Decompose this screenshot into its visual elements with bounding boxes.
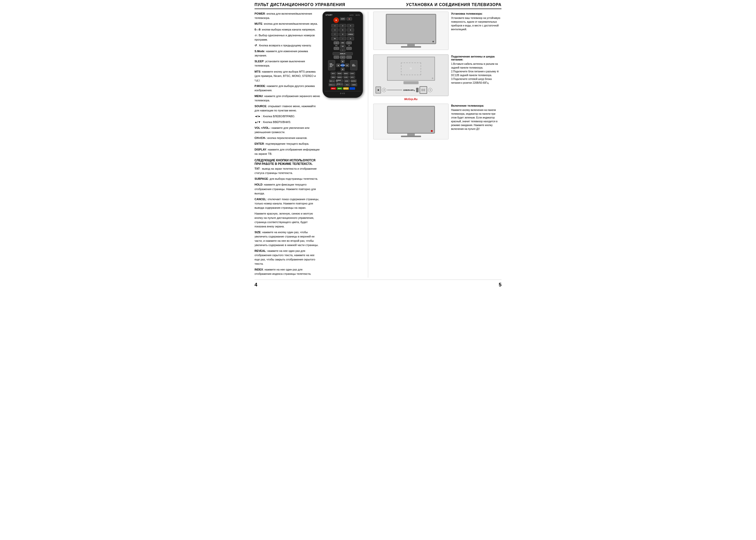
ch-minus-btn[interactable]: - <box>346 56 352 59</box>
reveal-desc: REVEAL: нажмите на нее один раз для отоб… <box>255 249 320 266</box>
tv-connector <box>432 78 433 79</box>
auto-label: AUTO <box>349 14 354 16</box>
antenna-title: Подключение антенны и шнура питания: <box>451 55 501 61</box>
dvd-label: DVD <box>325 92 361 94</box>
btn-3[interactable]: 3 <box>347 24 354 28</box>
color-keys-desc: Нажмите красную, зеленую, синюю и желтую… <box>255 211 320 229</box>
watermark: McGrp.Ru <box>373 97 449 101</box>
numbtns-btn[interactable]: NUM/TBS <box>351 79 357 82</box>
sleep-btn[interactable]: SLEEP <box>350 72 355 75</box>
poweron-title: Включение телевизора: <box>451 104 501 107</box>
mute-desc: MUTE: кнопка для включения/выключения зв… <box>255 22 320 26</box>
tv-base <box>401 136 421 137</box>
audio-btn[interactable]: AUDIO <box>344 79 350 82</box>
vol-plus-btn[interactable]: + <box>340 56 346 59</box>
ch-dn-btn[interactable]: - <box>346 47 352 50</box>
ch-label-r: CH <box>348 45 350 47</box>
cancel-btn[interactable]: CANCEL <box>337 75 343 79</box>
vol-up-btn[interactable]: + <box>334 41 339 44</box>
tv-screen-power <box>387 106 435 134</box>
prog-btn[interactable]: PROG <box>331 87 336 90</box>
auto-button[interactable]: AUTO <box>340 17 346 20</box>
txt-btn[interactable]: TXT <box>340 45 346 48</box>
nav-right-btn[interactable]: ► <box>345 64 349 67</box>
lr-desc: ◄/► : Кнопка ВЛЕВО/ВПРАВО. <box>255 114 320 118</box>
nav-empty-bl <box>336 68 340 71</box>
slow-btn[interactable]: SLOW <box>343 75 349 79</box>
btn-4[interactable]: 4 <box>331 28 338 32</box>
left-title: ПУЛЬТ ДИСТАНЦИОННОГО УПРАВЛЕНИЯ <box>255 3 345 7</box>
source-desc: SOURCE: открывает главное меню, нажимайт… <box>255 104 320 113</box>
input-btn[interactable]: INPUT <box>331 72 336 75</box>
btn-8[interactable]: 8 <box>339 33 346 36</box>
intro-btn[interactable]: INtRO <box>337 87 343 90</box>
goto-btn[interactable]: GOTO <box>350 75 355 79</box>
btn-5[interactable]: 5 <box>339 28 346 32</box>
outlet-slot-2 <box>424 89 425 91</box>
dvd-setup-btn[interactable]: DVDSETUPEXIT <box>328 60 335 70</box>
size-btn[interactable]: SIZE ◄◄ <box>329 79 335 82</box>
sleep-desc: SLEEP: установите время выключения телев… <box>255 59 320 68</box>
nav-left-btn[interactable]: ◄ <box>336 64 340 67</box>
btn-1[interactable]: 1 <box>331 24 338 28</box>
pmode-btn[interactable]: PMODE <box>337 72 343 75</box>
lcd-menu-btn[interactable]: LCDMENU <box>350 60 357 70</box>
display-btn[interactable]: DISPLAY <box>333 52 353 55</box>
num-desc: 0---9: кнопки выбора номера канала напря… <box>255 28 320 32</box>
index-desc: INDEX: нажмите на нее один раз для отобр… <box>255 267 320 276</box>
right-column: Установка телевизора: Установите ваш тел… <box>373 12 501 278</box>
power-button[interactable]: ⏻ <box>333 17 339 23</box>
btn-10plus[interactable]: 10+ <box>331 37 338 40</box>
subpage-btn[interactable]: SUBPAGE ►► <box>336 79 343 82</box>
vol-desc: VOL +/VOL-: нажмите для увеличения или у… <box>255 126 320 134</box>
smode-desc: S.Mode: нажмите для изменения режима зву… <box>255 49 320 58</box>
tv-indicator-light <box>431 130 433 132</box>
circle-1: ① <box>428 88 432 92</box>
teletext-title: СЛЕДУЮЩИЕ КНОПКИ ИСПОЛЬЗУЮТСЯ ПРИ РАБОТЕ… <box>255 159 320 166</box>
nav-down-btn[interactable]: ▼ <box>341 68 345 71</box>
remote-brand: START <box>326 14 333 16</box>
nav-up-btn[interactable]: ▲ <box>341 60 345 63</box>
left-column: POWER: кнопка для включения/выключения т… <box>255 12 363 278</box>
ch-up-btn[interactable]: + <box>346 41 352 44</box>
size-desc: SIZE: нажмите на кнопку один раз, чтобы … <box>255 230 320 247</box>
reveal-btn[interactable]: REVEAL ►► | <box>336 83 344 86</box>
btn-9[interactable]: 9 ANGLE <box>347 33 354 36</box>
install-desc: Установите ваш телевизор на устойчивую п… <box>451 16 501 31</box>
antenna-section: ⬜ ▣ ② 2 <box>373 55 501 101</box>
antenna-text: Подключение антенны и шнура питания: 1.В… <box>451 55 501 85</box>
tv-stand-back <box>403 81 419 84</box>
pmode-desc: P.MODE: нажмите для выбора другого режим… <box>255 84 320 92</box>
cancel-desc: CANCEL: отключает показ содержания стран… <box>255 197 320 210</box>
btn-7[interactable]: 7 <box>331 33 338 36</box>
remote-control: START AUTO MUTE ⏻ AUTO 🔇 1 <box>323 12 363 98</box>
power-desc: POWER: кнопка для включения/выключения т… <box>255 12 320 20</box>
smode-btn[interactable]: SMODE <box>343 72 349 75</box>
tv-poweron-diagram <box>373 104 449 139</box>
right-title: УСТАНОВКА И СОЕДИНЕНИЯ ТЕЛЕВИЗОРА <box>406 3 501 7</box>
btn-2[interactable]: 2 <box>339 24 346 28</box>
vol-minus-btn[interactable]: - <box>334 56 339 59</box>
enter-nav-btn[interactable]: ENTER <box>341 64 345 67</box>
title-btn[interactable]: TITLE <box>344 83 350 86</box>
repeat-btn[interactable]: REPEAT <box>343 87 349 90</box>
hold-btn[interactable]: HOLD |◄◄ <box>329 83 336 86</box>
page-left: 4 <box>255 282 257 288</box>
mts-btn[interactable]: MTS <box>340 41 346 44</box>
plus-btn[interactable]: + <box>340 49 346 52</box>
index-btn[interactable]: INDEX <box>331 75 336 79</box>
enter-desc: ENTER: подтверждение текущего выбора. <box>255 142 320 146</box>
page-numbers: 4 5 <box>255 280 501 288</box>
vol-dn-btn[interactable]: - <box>334 47 339 50</box>
btn-dash[interactable]: -/- <box>339 37 346 40</box>
dmenu-btn[interactable]: D.MENU <box>351 83 357 86</box>
btn-6[interactable]: 6 <box>347 28 354 32</box>
mts-desc: MTS: нажмите кнопку для выбора MTS режим… <box>255 69 320 82</box>
btn-0[interactable]: 0 <box>347 37 354 40</box>
color-btn[interactable] <box>350 87 355 90</box>
remote-diagram: START AUTO MUTE ⏻ AUTO 🔇 1 <box>323 12 363 278</box>
mute-button[interactable]: 🔇 <box>347 17 352 20</box>
ch-desc: CH+/CH-: кнопка переключения каналов. <box>255 136 320 140</box>
antenna-diagram: ⬜ ▣ ② 2 <box>373 55 449 101</box>
ud-desc: ▲/▼ : Кнопка ВВЕРХ/ВНИЗ. <box>255 120 320 124</box>
